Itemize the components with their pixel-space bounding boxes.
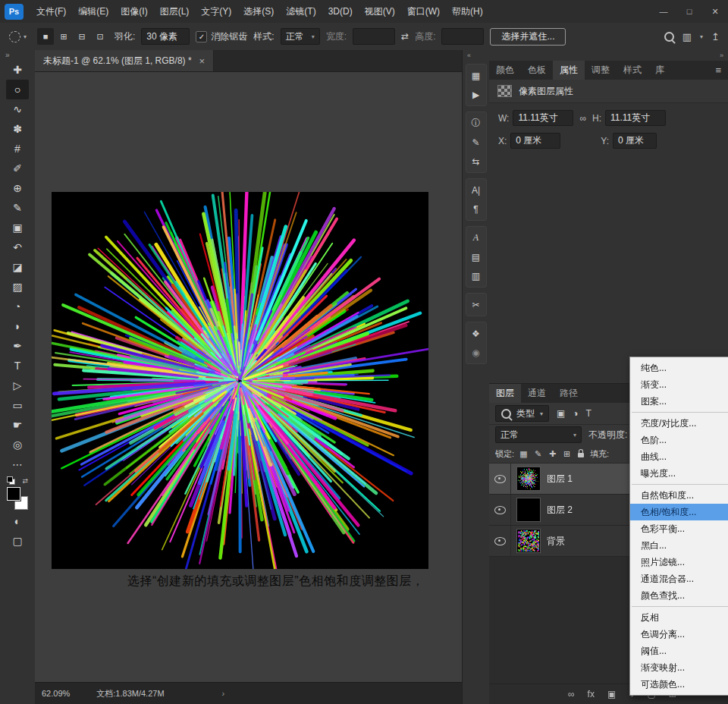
cm-photo-filter[interactable]: 照片滤镜... [630, 554, 728, 570]
quick-selection-tool[interactable]: ✽ [6, 119, 29, 139]
blend-mode-select[interactable]: 正常 ▾ [495, 426, 582, 443]
rectangle-tool[interactable]: ▭ [6, 395, 29, 415]
timeline-panel-icon[interactable]: ◉ [466, 343, 486, 362]
feather-input[interactable]: 30 像素 [141, 28, 190, 45]
tab-close-icon[interactable]: × [199, 55, 206, 67]
character-styles-icon[interactable]: ▤ [466, 247, 486, 266]
pixel-filter-icon[interactable]: ▣ [557, 408, 565, 419]
width-input[interactable] [353, 28, 395, 45]
history-brush-tool[interactable]: ↶ [6, 237, 29, 257]
tab-styles[interactable]: 样式 [617, 61, 648, 80]
layer-filter-select[interactable]: 类型 ▾ [495, 405, 549, 422]
cm-levels[interactable]: 色阶... [630, 432, 728, 448]
3d-panel-icon[interactable]: ❖ [466, 324, 486, 343]
link-dimensions-icon[interactable]: ∞ [579, 113, 586, 124]
zoom-tool[interactable]: ◎ [6, 435, 29, 454]
character-panel-icon[interactable]: A| [466, 181, 486, 200]
lock-transparency-icon[interactable]: ▦ [519, 449, 529, 459]
layer-thumbnail[interactable] [517, 498, 540, 521]
tab-layers[interactable]: 图层 [489, 384, 521, 403]
close-button[interactable]: ✕ [702, 0, 728, 23]
clone-stamp-tool[interactable]: ▣ [6, 218, 29, 237]
cm-vibrance[interactable]: 自然饱和度... [630, 487, 728, 504]
cm-selective-color[interactable]: 可选颜色... [630, 676, 728, 693]
select-and-mask-button[interactable]: 选择并遮住... [490, 28, 566, 46]
panel-menu-icon[interactable]: ≡ [708, 61, 728, 80]
paragraph-styles-icon[interactable]: ▥ [466, 266, 486, 285]
blur-tool[interactable]: ◔ [6, 297, 29, 316]
type-tool[interactable]: T [6, 356, 29, 376]
search-icon[interactable] [664, 32, 674, 42]
menu-file[interactable]: 文件(F) [30, 0, 72, 23]
intersect-selection-icon[interactable]: ⊡ [92, 28, 108, 45]
lock-position-icon[interactable]: ✚ [548, 449, 557, 459]
visibility-cell[interactable] [489, 526, 511, 556]
spot-healing-tool[interactable]: ⊕ [6, 178, 29, 198]
eye-icon[interactable] [494, 506, 506, 514]
workspace-icon[interactable]: ▥ [680, 31, 694, 42]
menu-select[interactable]: 选择(S) [237, 0, 280, 23]
antialias-checkbox[interactable]: ✓ 消除锯齿 [196, 30, 247, 43]
cm-gradient-map[interactable]: 渐变映射... [630, 659, 728, 676]
add-selection-icon[interactable]: ⊞ [55, 28, 72, 45]
new-selection-icon[interactable]: ■ [37, 28, 54, 45]
paragraph-panel-icon[interactable]: ¶ [466, 200, 486, 218]
height-prop-field[interactable]: 11.11英寸 [605, 110, 666, 126]
type-filter-icon[interactable]: T [586, 408, 592, 419]
layer-thumbnail[interactable] [517, 467, 540, 490]
lock-all-icon[interactable] [578, 453, 584, 457]
layer-thumbnail[interactable] [517, 530, 540, 552]
cm-pattern[interactable]: 图案... [630, 393, 728, 410]
eraser-tool[interactable]: ◪ [6, 257, 29, 277]
ellipse-marquee-tool[interactable]: ○ [6, 80, 29, 99]
info-icon[interactable]: ⓘ [466, 114, 486, 133]
layer-name[interactable]: 图层 2 [547, 504, 573, 517]
cm-solid-color[interactable]: 纯色... [630, 360, 728, 376]
cm-channel-mixer[interactable]: 通道混合器... [630, 570, 728, 587]
menu-3d[interactable]: 3D(D) [322, 0, 359, 23]
quick-mask-button[interactable]: ◐ [6, 511, 29, 531]
cm-threshold[interactable]: 阈值... [630, 643, 728, 659]
tab-channels[interactable]: 通道 [521, 384, 553, 403]
crop-tool[interactable]: # [6, 139, 29, 159]
width-prop-field[interactable]: 11.11英寸 [513, 110, 573, 126]
swap-colors-icon[interactable]: ⇄ [22, 477, 28, 485]
layer-name[interactable]: 背景 [547, 535, 565, 548]
chevron-down-icon[interactable]: ▾ [700, 33, 703, 40]
menu-filter[interactable]: 滤镜(T) [280, 0, 322, 23]
actions-icon[interactable]: ▶ [466, 85, 486, 104]
notes-icon[interactable]: ✎ [466, 133, 486, 152]
dodge-tool[interactable]: ◗ [6, 316, 29, 336]
layer-effects-icon[interactable]: fx [588, 689, 595, 699]
tab-libraries[interactable]: 库 [648, 61, 671, 80]
screen-mode-button[interactable]: ▢ [6, 531, 29, 551]
cm-gradient[interactable]: 渐变... [630, 376, 728, 393]
y-prop-field[interactable]: 0 厘米 [613, 133, 657, 149]
document-tab[interactable]: 未标题-1 @ 62.1% (图层 1, RGB/8) * × [35, 50, 214, 71]
status-chevron-icon[interactable]: › [222, 689, 225, 698]
subtract-selection-icon[interactable]: ⊟ [74, 28, 90, 45]
cm-posterize[interactable]: 色调分离... [630, 626, 728, 643]
menu-type[interactable]: 文字(Y) [195, 0, 237, 23]
tab-adjustments[interactable]: 调整 [585, 61, 617, 80]
link-layers-icon[interactable]: ∞ [568, 689, 575, 699]
panel-collapse-icon[interactable]: » [720, 50, 723, 61]
toolbar-collapse-icon[interactable]: » [0, 50, 15, 60]
strip-collapse-icon[interactable]: « [467, 50, 471, 61]
path-selection-tool[interactable]: ▷ [6, 376, 29, 395]
canvas-image[interactable] [52, 192, 428, 569]
tab-properties[interactable]: 属性 [553, 61, 585, 80]
visibility-cell[interactable] [489, 495, 511, 525]
lasso-tool[interactable]: ∿ [6, 99, 29, 119]
glyphs-panel-icon[interactable]: A [466, 228, 486, 247]
menu-view[interactable]: 视图(V) [359, 0, 401, 23]
minimize-button[interactable]: — [651, 0, 676, 23]
eyedropper-tool[interactable]: ✐ [6, 159, 29, 178]
visibility-cell[interactable] [489, 464, 511, 494]
menu-window[interactable]: 窗口(W) [401, 0, 446, 23]
cm-hue-saturation[interactable]: 色相/饱和度... [630, 504, 728, 520]
lock-artboard-icon[interactable]: ⊞ [562, 449, 572, 459]
clone-source-icon[interactable]: ⇆ [466, 152, 486, 171]
menu-image[interactable]: 图像(I) [115, 0, 153, 23]
foreground-color-swatch[interactable] [7, 487, 20, 501]
